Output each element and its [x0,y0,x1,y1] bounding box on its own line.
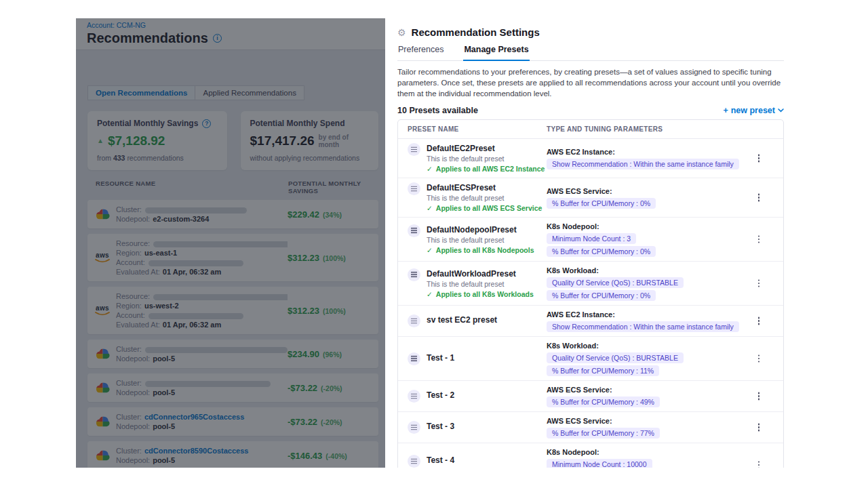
preset-menu-button[interactable] [751,275,767,291]
tuning-chip: Show Recommendation : Within the same in… [547,159,739,169]
preset-row[interactable]: DefaultEC2PresetThis is the default pres… [398,139,783,178]
preset-description: This is the default preset [427,280,534,289]
preset-menu-button[interactable] [751,231,767,247]
preset-name: DefaultNodepoolPreset [427,224,534,235]
column-preset-name: PRESET NAME [408,125,547,133]
preset-type-label: AWS ECS Service: [547,416,744,426]
preset-type-label: K8s Workload: [547,266,744,275]
drag-handle-icon [408,352,420,365]
preset-name-cell: Test - 3 [408,420,547,435]
column-tuning-parameters: TYPE AND TUNING PARAMETERS [547,125,744,133]
preset-type-label: K8s Nodepool: [547,222,744,231]
kebab-icon [758,320,760,322]
preset-menu-button[interactable] [751,388,767,405]
check-icon: ✓ [427,290,433,299]
preset-name-cell: Test - 1 [408,351,547,367]
kebab-icon [758,283,760,285]
preset-applies-label: ✓Applies to all AWS EC2 Instance [427,165,545,174]
tuning-parameters-cell: K8s Workload:Quality Of Service (QoS) : … [547,340,744,378]
presets-table-header: PRESET NAME TYPE AND TUNING PARAMETERS [398,120,783,139]
tuning-parameters-cell: K8s Nodepool:Minimum Node Count : 3% Buf… [547,220,744,258]
tuning-chip: % Buffer for CPU/Memory : 0% [547,246,656,257]
preset-description: This is the default preset [427,236,534,245]
tuning-parameters-cell: AWS EC2 Instance:Show Recommendation : W… [547,308,744,333]
preset-row[interactable]: Test - 3AWS ECS Service:% Buffer for CPU… [398,412,783,443]
preset-name-cell: DefaultNodepoolPresetThis is the default… [408,223,547,256]
preset-description: This is the default preset [427,155,545,163]
preset-menu-button[interactable] [751,350,767,367]
preset-row[interactable]: DefaultNodepoolPresetThis is the default… [398,218,783,262]
tuning-parameters-cell: AWS ECS Service:% Buffer for CPU/Memory … [547,384,744,409]
preset-name: DefaultWorkloadPreset [427,268,534,279]
gear-icon: ⚙ [397,27,406,38]
tuning-chip: % Buffer for CPU/Memory : 11% [547,365,659,376]
drawer-title: Recommendation Settings [412,26,540,38]
kebab-icon [758,157,760,159]
preset-description: This is the default preset [427,466,504,468]
preset-row[interactable]: DefaultECSPresetThis is the default pres… [398,178,783,218]
preset-name: Test - 2 [427,390,454,401]
preset-row[interactable]: DefaultWorkloadPresetThis is the default… [398,262,783,306]
preset-type-label: AWS EC2 Instance: [547,310,744,319]
check-icon: ✓ [427,246,433,255]
preset-name: DefaultECSPreset [427,182,542,193]
preset-applies-label: ✓Applies to all K8s Nodepools [427,246,534,255]
preset-row[interactable]: Test - 4This is the default presetK8s No… [398,443,783,468]
preset-name: Test - 4 [427,455,504,466]
preset-menu-button[interactable] [751,420,767,436]
tab-preferences[interactable]: Preferences [397,45,444,60]
recommendations-page: Account: CCM-NG Recommendations i Open R… [76,18,385,468]
drag-handle-icon [408,421,420,434]
preset-name-cell: Test - 4This is the default preset [408,453,547,468]
tab-manage-presets[interactable]: Manage Presets [463,45,529,61]
tuning-chip: Quality Of Service (QoS) : BURSTABLE [547,277,684,288]
drag-handle-icon [408,268,420,281]
kebab-icon [758,197,760,199]
tuning-chip: Minimum Node Count : 10000 [547,459,652,468]
preset-menu-button[interactable] [751,150,767,167]
preset-type-label: AWS EC2 Instance: [547,147,744,157]
tuning-chip: % Buffer for CPU/Memory : 0% [547,198,656,209]
preset-row[interactable]: sv test EC2 presetAWS EC2 Instance:Show … [398,306,783,337]
preset-name-cell: Test - 2 [408,388,547,404]
preset-row[interactable]: Test - 1K8s Workload:Quality Of Service … [398,337,783,381]
presets-description: Tailor recommendations to your preferenc… [397,66,784,99]
preset-name-cell: DefaultWorkloadPresetThis is the default… [408,267,547,300]
kebab-icon [758,358,760,360]
preset-applies-label: ✓Applies to all K8s Workloads [427,290,534,299]
tuning-chip: % Buffer for CPU/Memory : 0% [547,290,656,301]
presets-count-label: 10 Presets available [397,106,478,115]
app-window: Account: CCM-NG Recommendations i Open R… [76,18,868,468]
new-preset-button[interactable]: + new preset [723,106,784,115]
preset-description: This is the default preset [427,194,542,203]
recommendation-settings-drawer: ⚙ Recommendation Settings Preferences Ma… [385,18,868,468]
tuning-parameters-cell: AWS EC2 Instance:Show Recommendation : W… [547,146,744,171]
presets-table-body: DefaultEC2PresetThis is the default pres… [398,139,783,468]
preset-name: DefaultEC2Preset [427,143,545,154]
modal-backdrop[interactable] [76,18,385,468]
drag-handle-icon [408,143,420,156]
presets-table: PRESET NAME TYPE AND TUNING PARAMETERS D… [397,119,784,468]
preset-menu-button[interactable] [751,313,767,329]
tuning-parameters-cell: AWS ECS Service:% Buffer for CPU/Memory … [547,415,744,440]
preset-menu-button[interactable] [751,190,767,206]
tuning-parameters-cell: K8s Nodepool:Minimum Node Count : 10000%… [547,446,744,468]
preset-name-cell: DefaultECSPresetThis is the default pres… [408,181,547,214]
tuning-chip: Show Recommendation : Within the same in… [547,321,739,332]
drag-handle-icon [408,224,420,237]
preset-type-label: K8s Workload: [547,341,744,350]
preset-applies-label: ✓Applies to all AWS ECS Service [427,204,542,213]
preset-name-cell: sv test EC2 preset [408,313,547,329]
preset-name: Test - 1 [427,352,454,363]
drag-handle-icon [408,182,420,195]
preset-name: sv test EC2 preset [427,314,497,325]
drag-handle-icon [408,390,420,403]
plus-icon: + [723,106,728,115]
preset-row[interactable]: Test - 2AWS ECS Service:% Buffer for CPU… [398,381,783,412]
tuning-chip: Minimum Node Count : 3 [547,233,636,244]
kebab-icon [758,239,760,241]
check-icon: ✓ [427,165,433,174]
preset-menu-button[interactable] [751,457,767,468]
preset-name-cell: DefaultEC2PresetThis is the default pres… [408,142,547,175]
preset-type-label: AWS ECS Service: [547,186,744,196]
